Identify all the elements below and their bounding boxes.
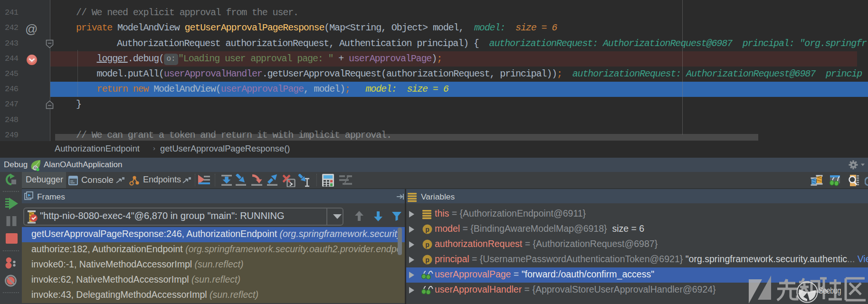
svg-text:p: p [425,241,429,248]
svg-text:p: p [425,226,429,233]
svg-text:p: p [425,256,429,264]
